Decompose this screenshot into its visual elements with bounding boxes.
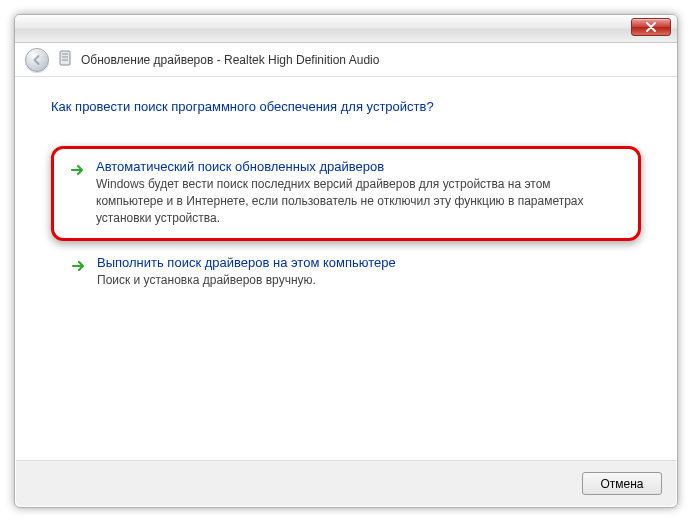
option-local-search[interactable]: Выполнить поиск драйверов на этом компью… (51, 255, 641, 301)
option-description: Поиск и установка драйверов вручную. (97, 272, 623, 289)
option-description: Windows будет вести поиск последних верс… (96, 176, 620, 226)
titlebar (15, 15, 677, 43)
arrow-left-icon (31, 54, 43, 66)
close-button[interactable] (631, 18, 671, 36)
cancel-button[interactable]: Отмена (582, 472, 662, 495)
arrow-right-icon (70, 162, 86, 182)
device-icon (57, 50, 73, 70)
header-bar: Обновление драйверов - Realtek High Defi… (15, 43, 677, 77)
svg-rect-3 (62, 59, 68, 61)
arrow-right-icon (71, 258, 87, 278)
close-icon (646, 22, 656, 32)
svg-rect-2 (62, 56, 68, 58)
option-title: Автоматический поиск обновленных драйвер… (96, 159, 620, 174)
option-auto-search[interactable]: Автоматический поиск обновленных драйвер… (51, 146, 641, 241)
footer-bar: Отмена (16, 460, 676, 506)
page-heading: Как провести поиск программного обеспече… (51, 99, 641, 114)
content-area: Как провести поиск программного обеспече… (15, 77, 677, 459)
window-title: Обновление драйверов - Realtek High Defi… (81, 53, 379, 67)
option-title: Выполнить поиск драйверов на этом компью… (97, 255, 623, 270)
back-button[interactable] (25, 48, 49, 72)
dialog-window: Обновление драйверов - Realtek High Defi… (14, 14, 678, 508)
svg-rect-1 (62, 53, 68, 55)
